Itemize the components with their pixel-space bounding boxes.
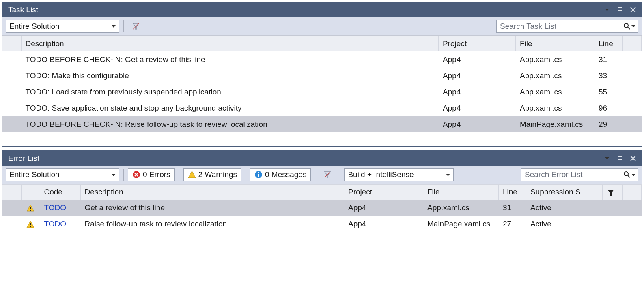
table-row[interactable]: TODO BEFORE CHECK-IN: Raise follow-up ta… (2, 116, 642, 132)
row-file: App.xaml.cs (516, 68, 594, 84)
task-list-table: Description Project File Line TODO BEFOR… (2, 36, 642, 132)
row-icon-cell (2, 51, 21, 68)
col-description[interactable]: Description (80, 184, 344, 200)
scope-value: Entire Solution (9, 170, 60, 179)
row-tail (623, 216, 642, 232)
errors-filter-button[interactable]: 0 Errors (128, 168, 175, 181)
clear-filter-button[interactable] (319, 168, 336, 181)
separator (179, 169, 179, 181)
table-row[interactable]: TODO: Make this configurableApp4App.xaml… (2, 68, 642, 84)
col-suppression[interactable]: Suppression S… (526, 184, 603, 200)
col-file[interactable]: File (516, 36, 594, 51)
col-blank[interactable] (2, 36, 21, 51)
row-file: MainPage.xaml.cs (423, 216, 499, 232)
chevron-down-icon (112, 170, 116, 179)
row-project: App4 (439, 68, 516, 84)
warning-icon (26, 220, 34, 229)
warnings-filter-button[interactable]: 2 Warnings (183, 168, 241, 181)
row-description: TODO: Load state from previously suspend… (21, 84, 439, 100)
row-code[interactable]: TODO (40, 200, 80, 216)
row-filter-cell (603, 216, 623, 232)
row-file: App.xaml.cs (423, 200, 499, 216)
task-list-panel: Task List Entire Solution Descr (2, 2, 642, 147)
col-description[interactable]: Description (21, 36, 439, 51)
pin-icon[interactable] (616, 154, 625, 163)
row-filter-cell (603, 200, 623, 216)
col-tail[interactable] (623, 36, 642, 51)
window-options-icon[interactable] (603, 5, 612, 14)
search-error-list[interactable] (521, 168, 638, 181)
row-icon-cell (2, 100, 21, 116)
window-options-icon[interactable] (603, 154, 612, 163)
row-suppression: Active (526, 200, 603, 216)
row-code: TODO (40, 216, 80, 232)
table-row[interactable]: TODO: Save application state and stop an… (2, 100, 642, 116)
separator (246, 169, 246, 181)
row-line: 29 (594, 116, 623, 132)
search-task-list[interactable] (496, 20, 638, 33)
scope-dropdown[interactable]: Entire Solution (6, 20, 119, 33)
source-dropdown[interactable]: Build + IntelliSense (344, 168, 454, 181)
warnings-count-label: 2 Warnings (198, 170, 237, 179)
col-project[interactable]: Project (344, 184, 423, 200)
separator (315, 169, 315, 181)
row-line: 55 (594, 84, 623, 100)
scope-dropdown[interactable]: Entire Solution (6, 168, 119, 181)
col-tail[interactable] (623, 184, 642, 200)
table-row[interactable]: TODO BEFORE CHECK-IN: Get a review of th… (2, 51, 642, 68)
row-severity-icon-cell (21, 200, 40, 216)
col-blank[interactable] (2, 184, 21, 200)
row-blank (2, 216, 21, 232)
search-icon[interactable] (623, 171, 635, 178)
row-suppression: Active (526, 216, 603, 232)
row-line: 33 (594, 68, 623, 84)
col-filter[interactable] (603, 184, 623, 200)
table-row[interactable]: TODO: Load state from previously suspend… (2, 84, 642, 100)
search-icon[interactable] (623, 23, 635, 30)
row-file: App.xaml.cs (516, 84, 594, 100)
row-project: App4 (439, 100, 516, 116)
row-file: App.xaml.cs (516, 51, 594, 68)
row-project: App4 (439, 51, 516, 68)
table-row[interactable]: TODOGet a review of this lineApp4App.xam… (2, 200, 642, 216)
filter-icon (607, 188, 615, 197)
error-icon (132, 171, 140, 179)
task-list-titlebar: Task List (2, 2, 642, 17)
row-description: TODO: Make this configurable (21, 68, 439, 84)
close-icon[interactable] (629, 154, 638, 163)
chevron-down-icon (446, 170, 450, 179)
col-icon[interactable] (21, 184, 40, 200)
col-line[interactable]: Line (594, 36, 623, 51)
error-list-table: Code Description Project File Line Suppr… (2, 184, 642, 233)
warning-icon (188, 171, 196, 179)
separator (123, 169, 124, 181)
error-list-panel: Error List Entire Solution 0 Errors 2 Wa… (2, 150, 642, 266)
row-line: 31 (499, 200, 526, 216)
error-list-titlebar: Error List (2, 151, 642, 166)
source-value: Build + IntelliSense (348, 170, 414, 179)
row-tail (623, 200, 642, 216)
row-icon-cell (2, 68, 21, 84)
clear-filter-icon (324, 171, 331, 178)
row-description: TODO BEFORE CHECK-IN: Raise follow-up ta… (21, 116, 439, 132)
col-project[interactable]: Project (439, 36, 516, 51)
row-severity-icon-cell (21, 216, 40, 232)
separator (340, 169, 340, 181)
search-input[interactable] (525, 170, 621, 179)
row-project: App4 (344, 200, 423, 216)
clear-filter-button[interactable] (128, 20, 144, 33)
search-input[interactable] (500, 22, 621, 31)
row-project: App4 (439, 84, 516, 100)
col-file[interactable]: File (423, 184, 499, 200)
row-project: App4 (344, 216, 423, 232)
pin-icon[interactable] (616, 5, 625, 14)
separator (123, 20, 124, 32)
clear-filter-icon (132, 23, 140, 30)
messages-filter-button[interactable]: 0 Messages (250, 168, 311, 181)
table-row[interactable]: TODORaise follow-up task to review local… (2, 216, 642, 232)
row-blank (2, 200, 21, 216)
close-icon[interactable] (629, 5, 638, 14)
col-line[interactable]: Line (499, 184, 526, 200)
col-code[interactable]: Code (40, 184, 80, 200)
row-icon-cell (2, 116, 21, 132)
